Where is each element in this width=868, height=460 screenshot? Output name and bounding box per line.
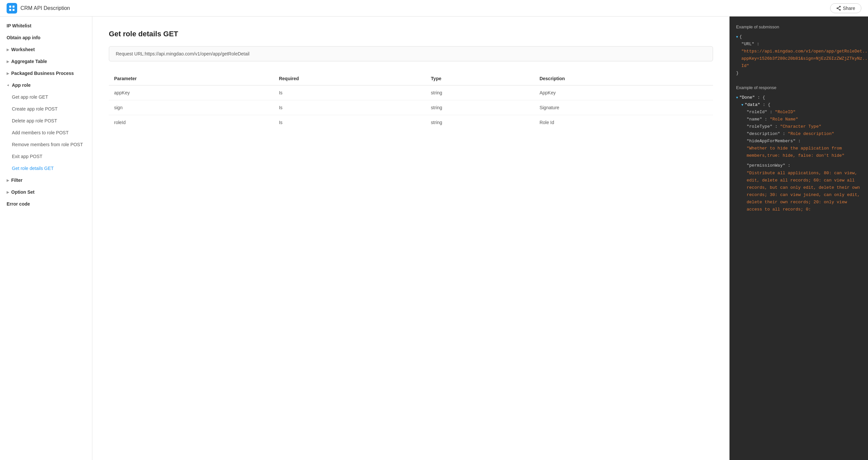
svg-rect-2	[9, 9, 11, 11]
cell-type: string	[426, 100, 534, 115]
sidebar-item-label: Get role details GET	[12, 166, 54, 171]
sidebar-item-label: IP Whitelist	[7, 23, 31, 28]
svg-rect-0	[9, 6, 11, 8]
sidebar-item-get-role-details[interactable]: Get role details GET	[0, 162, 92, 174]
sidebar-item-label: App role	[12, 83, 31, 88]
params-table: Parameter Required Type Description appK…	[109, 72, 713, 130]
cell-required: Is	[274, 115, 426, 130]
collapse-icon[interactable]: ▼	[736, 35, 738, 39]
col-parameter: Parameter	[109, 72, 274, 85]
chevron-right-icon: ▶	[7, 60, 9, 63]
sidebar-item-label: Exit app POST	[12, 154, 42, 159]
share-label: Share	[843, 6, 855, 11]
chevron-right-icon: ▶	[7, 178, 9, 182]
cell-type: string	[426, 85, 534, 100]
cell-description: Role Id	[534, 115, 713, 130]
col-description: Description	[534, 72, 713, 85]
sidebar-item-exit-app[interactable]: Exit app POST	[0, 150, 92, 162]
svg-rect-1	[12, 6, 14, 8]
response-code-block: ▼"Done" : { ▼"data" : { "roleId" : "Role…	[736, 94, 861, 213]
sidebar-item-aggregate-table[interactable]: ▶ Aggregate Table	[0, 55, 92, 67]
table-row: signIsstringSignature	[109, 100, 713, 115]
sidebar-item-obtain-app-info[interactable]: Obtain app info	[0, 32, 92, 44]
cell-required: Is	[274, 100, 426, 115]
chevron-right-icon: ▶	[7, 191, 9, 194]
sidebar-item-label: Add members to role POST	[12, 130, 69, 135]
request-url-box: Request URL:https://api.mingdao.com/v1/o…	[109, 46, 713, 61]
sidebar-item-label: Obtain app info	[7, 35, 40, 40]
svg-point-4	[839, 6, 840, 7]
sidebar: IP Whitelist Obtain app info ▶ Worksheet…	[0, 17, 92, 460]
cell-parameter: appKey	[109, 85, 274, 100]
svg-rect-3	[12, 9, 14, 11]
cell-parameter: sign	[109, 100, 274, 115]
page-title: Get role details GET	[109, 30, 713, 38]
chevron-right-icon: ▶	[7, 48, 9, 52]
sidebar-item-app-role[interactable]: ▼ App role	[0, 79, 92, 91]
table-row: appKeyIsstringAppKey	[109, 85, 713, 100]
sidebar-item-label: Packaged Business Process	[11, 70, 74, 76]
sidebar-item-option-set[interactable]: ▶ Option Set	[0, 186, 92, 198]
sidebar-item-label: Error code	[7, 201, 30, 207]
share-button[interactable]: Share	[830, 3, 861, 13]
cell-type: string	[426, 115, 534, 130]
cell-description: AppKey	[534, 85, 713, 100]
sidebar-item-label: Create app role POST	[12, 106, 58, 112]
cell-required: Is	[274, 85, 426, 100]
sidebar-item-delete-app-role[interactable]: Delete app role POST	[0, 115, 92, 127]
body: IP Whitelist Obtain app info ▶ Worksheet…	[0, 17, 868, 460]
sidebar-item-label: Delete app role POST	[12, 118, 57, 123]
right-panel: Example of submisson ▼{ "URL" : "https:/…	[730, 17, 868, 460]
header-title: CRM API Description	[21, 5, 70, 11]
main-content: Get role details GET Request URL:https:/…	[92, 17, 730, 460]
submission-code-block: ▼{ "URL" : "https://api.mingdao.com/v1/o…	[736, 33, 861, 77]
sidebar-item-error-code[interactable]: Error code	[0, 198, 92, 210]
svg-point-6	[839, 9, 840, 10]
collapse-response-icon[interactable]: ▼	[736, 96, 738, 100]
sidebar-item-worksheet[interactable]: ▶ Worksheet	[0, 44, 92, 55]
sidebar-item-ip-whitelist[interactable]: IP Whitelist	[0, 20, 92, 32]
cell-parameter: roleId	[109, 115, 274, 130]
col-required: Required	[274, 72, 426, 85]
col-type: Type	[426, 72, 534, 85]
sidebar-item-label: Get app role GET	[12, 94, 48, 100]
table-row: roleIdIsstringRole Id	[109, 115, 713, 130]
app-logo-icon	[7, 3, 17, 13]
sidebar-item-get-app-role[interactable]: Get app role GET	[0, 91, 92, 103]
sidebar-item-filter[interactable]: ▶ Filter	[0, 174, 92, 186]
sidebar-item-packaged-business-process[interactable]: ▶ Packaged Business Process	[0, 67, 92, 79]
response-label: Example of response	[736, 85, 861, 90]
cell-description: Signature	[534, 100, 713, 115]
submission-label: Example of submisson	[736, 24, 861, 29]
sidebar-item-create-app-role[interactable]: Create app role POST	[0, 103, 92, 115]
svg-line-8	[838, 8, 839, 9]
chevron-down-icon: ▼	[6, 84, 10, 87]
header-left: CRM API Description	[7, 3, 70, 13]
chevron-right-icon: ▶	[7, 71, 9, 75]
sidebar-item-label: Option Set	[11, 190, 35, 195]
request-url-text: Request URL:https://api.mingdao.com/v1/o…	[116, 51, 249, 56]
svg-line-7	[838, 7, 839, 8]
collapse-data-icon[interactable]: ▼	[741, 103, 743, 107]
sidebar-item-add-members-to-role[interactable]: Add members to role POST	[0, 127, 92, 139]
sidebar-item-remove-members-from-role[interactable]: Remove members from role POST	[0, 139, 92, 150]
sidebar-item-label: Remove members from role POST	[12, 142, 83, 147]
sidebar-item-label: Aggregate Table	[11, 59, 47, 64]
header: CRM API Description Share	[0, 0, 868, 17]
sidebar-item-label: Worksheet	[11, 47, 35, 52]
svg-point-5	[837, 8, 838, 8]
sidebar-item-label: Filter	[11, 177, 23, 183]
